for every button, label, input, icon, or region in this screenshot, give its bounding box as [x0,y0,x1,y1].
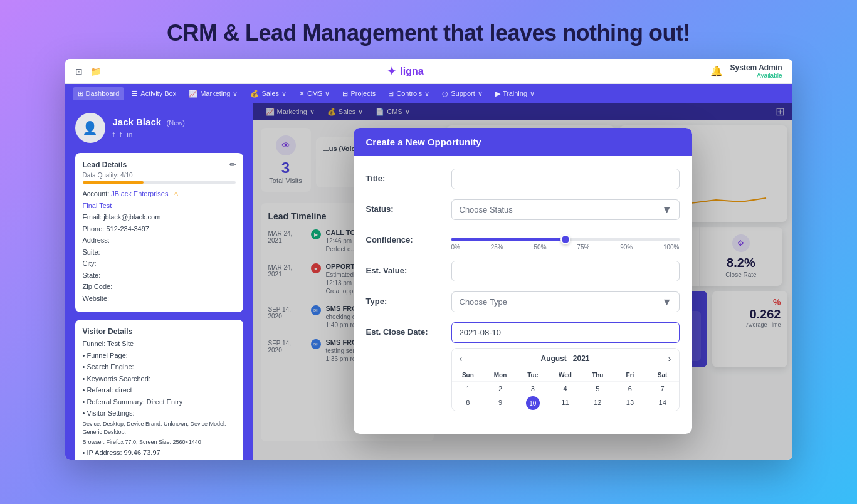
est-value-field-label: Est. Value: [366,261,441,275]
slider-labels: 0% 25% 50% 75% 90% 100% [451,244,680,251]
email-row: Email: jblack@jblack.com [83,212,236,223]
linkedin-icon[interactable]: in [127,130,132,139]
nav-sales[interactable]: 💰 Sales ∨ [245,87,292,100]
logo-text: ligna [400,66,423,77]
type-select-wrapper: Choose Type ▼ [451,291,680,312]
confidence-field-row: Confidence: 0% 25% 50% [366,230,680,251]
cal-day-8[interactable]: 8 [452,396,485,411]
search-engine-row: • Search Engine: [83,362,236,372]
top-bar: ⊡ 📁 ✦ ligna 🔔 System Admin Available [65,59,792,84]
nav-cms[interactable]: ✕ CMS ∨ [294,87,335,100]
city-row: City: [83,258,236,269]
left-sidebar: 👤 Jack Black (New) f t in [65,103,253,460]
cal-day-2[interactable]: 2 [484,382,517,396]
twitter-icon[interactable]: t [120,130,122,139]
logo-icon: ✦ [387,65,396,78]
state-row: State: [83,270,236,281]
cal-day-4[interactable]: 4 [549,382,582,396]
lead-details-card: Lead Details ✏ Data Quality: 4/10 Accoun… [75,153,243,312]
avatar: 👤 [75,113,105,143]
edit-lead-icon[interactable]: ✏ [229,160,236,169]
final-test-link[interactable]: Final Test [83,202,112,209]
date-input[interactable] [451,322,680,343]
title-field-label: Title: [366,169,441,183]
calendar-next-button[interactable]: › [668,354,671,364]
mini-calendar: ‹ August 2021 › [451,348,680,411]
nav-activity-box[interactable]: ☰ Activity Box [127,87,181,100]
notification-bell-icon[interactable]: 🔔 [710,65,723,77]
cal-day-7[interactable]: 7 [646,382,679,396]
cal-header-mon: Mon [484,369,517,382]
cal-day-6[interactable]: 6 [614,382,646,396]
confidence-slider-container: 0% 25% 50% 75% 90% 100% [451,230,680,251]
calendar-prev-button[interactable]: ‹ [460,354,463,364]
social-icons: f t in [113,130,185,139]
slider-fill [451,238,565,241]
nav-support[interactable]: ◎ Support ∨ [437,87,488,100]
facebook-icon[interactable]: f [113,130,115,139]
content-area: 👤 Jack Black (New) f t in [65,103,792,460]
title-field-row: Title: [366,169,680,189]
account-link[interactable]: JBlack Enterprises [111,190,168,197]
referral-row: • Referral: direct [83,385,236,396]
cal-day-5[interactable]: 5 [581,382,614,396]
lead-details-title: Lead Details ✏ [83,160,236,169]
keywords-row: • Keywords Searched: [83,374,236,384]
est-close-date-field-row: Est. Close Date: ‹ August [366,322,680,411]
status-select[interactable]: Choose Status [451,199,680,220]
type-select[interactable]: Choose Type [451,291,680,312]
status-field-row: Status: Choose Status ▼ [366,199,680,220]
calendar-month-year: August 2021 [540,354,589,363]
hero-title: CRM & Lead Management that leaves nothin… [0,0,857,59]
test-label: Final Test [83,201,236,211]
hero-section: CRM & Lead Management that leaves nothin… [0,0,857,59]
top-bar-left: ⊡ 📁 [75,66,101,76]
cal-header-sat: Sat [646,369,679,382]
funnel-row: Funnel: Test Site [83,339,236,349]
cal-day-13[interactable]: 13 [614,396,646,411]
visitor-settings-row: • Visitor Settings: [83,408,236,419]
calendar-grid: Sun Mon Tue Wed Thu Fri Sat [452,369,679,411]
ip-row: • IP Address: 99.46.73.97 [83,448,236,458]
lead-name: Jack Black (New) [113,117,185,128]
modal-body: Title: Status: Choose Status [354,156,692,434]
cal-day-1[interactable]: 1 [452,382,485,396]
account-row: Account: JBlack Enterprises ⚠ [83,189,236,199]
referral-summary-row: • Referral Summary: Direct Entry [83,397,236,407]
logo-area: ✦ ligna [387,65,423,78]
title-input[interactable] [451,169,680,189]
browser-folder-icon: 📁 [90,66,101,76]
nav-controls[interactable]: ⊞ Controls ∨ [383,87,434,100]
device-row: Device: Desktop, Device Brand: Unknown, … [83,420,236,437]
est-value-field-row: Est. Value: [366,261,680,281]
cal-day-12[interactable]: 12 [581,396,614,411]
confidence-field-label: Confidence: [366,230,441,244]
nav-training[interactable]: ▶ Training ∨ [490,87,540,100]
visitor-details-title: Visitor Details [83,327,236,336]
est-value-input[interactable] [451,261,680,281]
est-close-date-label: Est. Close Date: [366,322,441,337]
cal-header-fri: Fri [614,369,646,382]
funnel-page-row: • Funnel Page: [83,350,236,361]
crm-window: ⊡ 📁 ✦ ligna 🔔 System Admin Available ⊞ D… [65,59,792,460]
cal-day-11[interactable]: 11 [549,396,582,411]
website-row: Website: [83,293,236,304]
nav-marketing[interactable]: 📈 Marketing ∨ [184,87,243,100]
suite-row: Suite: [83,247,236,258]
slider-thumb[interactable] [560,234,570,244]
cal-day-9[interactable]: 9 [484,396,517,411]
type-field-row: Type: Choose Type ▼ [366,291,680,312]
zip-row: Zip Code: [83,281,236,292]
nav-dashboard[interactable]: ⊞ Dashboard [73,87,125,100]
admin-status: Available [730,72,782,79]
modal-header: Create a New Opportunity [354,128,692,156]
status-field-label: Status: [366,199,441,214]
admin-info: System Admin Available [730,63,782,79]
cal-header-sun: Sun [452,369,485,382]
data-quality: Data Quality: 4/10 [83,172,236,179]
slider-track [451,238,680,241]
cal-day-14[interactable]: 14 [646,396,679,411]
cal-day-10[interactable]: 10 [526,396,540,410]
nav-projects[interactable]: ⊞ Projects [337,87,381,100]
cal-day-3[interactable]: 3 [517,382,549,396]
